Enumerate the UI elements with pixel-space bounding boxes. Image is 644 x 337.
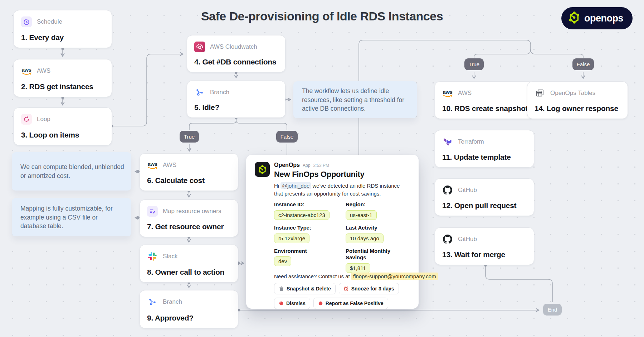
node-header: awsAWS xyxy=(147,160,176,170)
field-value-badge: dev xyxy=(274,256,291,266)
field-value-badge: 10 days ago xyxy=(346,234,384,243)
node-title: 7. Get resource owner xyxy=(147,222,224,231)
node-header: Slack xyxy=(147,251,178,262)
message-field: Environmentdev xyxy=(274,248,341,273)
github-icon xyxy=(442,185,453,196)
red-dot-icon xyxy=(279,301,284,306)
node-2-rds-get-instances[interactable]: awsAWS2. RDS get instances xyxy=(14,59,112,97)
node-title: 10. RDS create snapshot xyxy=(442,104,528,113)
node-3-loop-on-items[interactable]: Loop3. Loop on items xyxy=(14,107,112,145)
body-prefix: Hi xyxy=(274,183,279,189)
node-title: 9. Approved? xyxy=(147,314,194,322)
node-app-label: Slack xyxy=(163,253,178,260)
page-title: Safe De-provisioning of Idle RDS Instanc… xyxy=(201,9,443,23)
branch-false-badge-idle: False xyxy=(276,131,298,143)
message-field: Instance ID:c2-instance-abc123 xyxy=(274,201,341,220)
aws-icon: aws xyxy=(442,88,453,98)
note-mapping-customizable: Mapping is fully customizable, for examp… xyxy=(12,198,131,236)
message-heading: New FinOps Opportunity xyxy=(274,170,365,179)
node-12-open-pull-request[interactable]: GitHub12. Open pull request xyxy=(435,178,534,216)
action-label: Dismiss xyxy=(286,300,306,306)
node-header: GitHub xyxy=(442,234,477,245)
message-timestamp: 2:53 PM xyxy=(313,163,329,168)
note-cost-computation: We can compute blended, unblended or amo… xyxy=(12,152,131,191)
openops-logo: openops xyxy=(561,7,633,29)
message-field: Region:us-east-1 xyxy=(346,201,399,220)
action-label: Snapshot & Delete xyxy=(287,286,331,292)
message-fields: Instance ID:c2-instance-abc123Region:us-… xyxy=(274,201,399,273)
node-4-get-db-connections[interactable]: AWS Cloudwatch4. Get #DB connections xyxy=(187,35,286,72)
node-app-label: AWS xyxy=(37,67,50,74)
node-header: GitHub xyxy=(442,185,477,196)
message-field: Instance Type:r5.12xlarge xyxy=(274,225,341,243)
node-title: 6. Calculate cost xyxy=(147,176,205,185)
tables-icon xyxy=(535,88,545,98)
node-title: 1. Every day xyxy=(21,33,64,42)
branch-true-badge-idle: True xyxy=(180,131,199,143)
note-text: We can compute blended, unblended or amo… xyxy=(20,163,124,180)
snapshot-delete-button[interactable]: Snapshot & Delete xyxy=(274,283,336,294)
field-label: Instance ID: xyxy=(274,201,328,208)
github-icon xyxy=(442,234,453,245)
node-app-label: AWS Cloudwatch xyxy=(210,43,257,50)
user-mention[interactable]: @john_doe xyxy=(280,182,311,189)
map-owners-icon xyxy=(147,206,158,217)
aws-icon: aws xyxy=(21,66,32,76)
action-label: Report as False Positive xyxy=(326,300,384,306)
message-actions: Snapshot & DeleteSnooze for 3 daysDismis… xyxy=(274,283,403,309)
message-sender-type: App xyxy=(303,163,310,168)
field-label: Last Activity xyxy=(346,225,399,231)
field-value-badge: $1,811 xyxy=(346,263,370,273)
field-label: Environment xyxy=(274,248,328,255)
note-idle-threshold: The workflow lets us define idle resourc… xyxy=(293,81,417,118)
branch-false-badge-approved: False xyxy=(572,58,594,70)
node-6-calculate-cost[interactable]: awsAWS6. Calculate cost xyxy=(140,153,238,191)
note-text: Mapping is fully customizable, for examp… xyxy=(20,204,124,231)
node-header: Schedule xyxy=(21,16,62,27)
node-9-approved-[interactable]: Branch9. Approved? xyxy=(140,290,238,328)
message-field: Last Activity10 days ago xyxy=(346,225,399,243)
note-text: The workflow lets us define idle resourc… xyxy=(302,87,410,114)
node-title: 12. Open pull request xyxy=(442,201,516,210)
node-title: 14. Log owner response xyxy=(535,104,618,113)
node-header: awsAWS xyxy=(442,88,472,98)
node-app-label: AWS xyxy=(163,162,176,169)
dismiss-button[interactable]: Dismiss xyxy=(274,298,310,309)
node-11-update-template[interactable]: Terraform11. Update template xyxy=(435,130,534,168)
node-14-log-owner-response[interactable]: OpenOps Tables14. Log owner response xyxy=(527,81,628,119)
node-8-owner-call-to-action[interactable]: Slack8. Owner call to action xyxy=(140,245,238,283)
node-7-get-resource-owner[interactable]: Map resource owners7. Get resource owner xyxy=(140,199,238,237)
node-title: 11. Update template xyxy=(442,153,511,162)
node-13-wait-for-merge[interactable]: GitHub13. Wait for merge xyxy=(435,227,534,265)
trash-icon xyxy=(279,286,284,292)
node-app-label: Terraform xyxy=(458,138,484,145)
slack-message-card: OpenOps App 2:53 PM New FinOps Opportuni… xyxy=(246,155,419,309)
node-title: 4. Get #DB connections xyxy=(194,58,276,66)
node-app-label: Branch xyxy=(210,89,229,96)
alarm-icon xyxy=(343,286,349,292)
assist-prefix: Need assistance? Contact us at xyxy=(274,273,350,279)
node-header: Map resource owners xyxy=(147,206,221,217)
openops-glyph-icon xyxy=(568,11,581,25)
support-email-link[interactable]: finops-support@yourcompany.com xyxy=(351,273,438,280)
node-5-idle-[interactable]: Branch5. Idle? xyxy=(187,81,286,118)
report-as-false-positive-button[interactable]: Report as False Positive xyxy=(313,298,388,309)
node-10-rds-create-snapshot[interactable]: awsAWS10. RDS create snapshot xyxy=(435,81,534,119)
node-app-label: Branch xyxy=(163,298,182,305)
node-title: 5. Idle? xyxy=(194,103,219,112)
node-app-label: GitHub xyxy=(458,187,477,194)
loop-icon xyxy=(21,114,32,125)
brand-wordmark: openops xyxy=(584,13,623,24)
node-app-label: OpenOps Tables xyxy=(550,90,595,97)
node-title: 3. Loop on items xyxy=(21,131,79,139)
field-label: Region: xyxy=(346,201,399,208)
message-sender: OpenOps xyxy=(274,162,300,168)
branch-icon xyxy=(194,87,205,98)
aws-icon: aws xyxy=(147,160,158,170)
snooze-for-3-days-button[interactable]: Snooze for 3 days xyxy=(339,283,399,294)
node-header: Terraform xyxy=(442,136,484,147)
message-body: Hi @john_doe we've detected an idle RDS … xyxy=(274,182,409,198)
end-badge: End xyxy=(543,304,562,316)
node-1-every-day[interactable]: Schedule1. Every day xyxy=(14,10,112,48)
field-label: Potential Monthly Savings xyxy=(346,248,399,261)
